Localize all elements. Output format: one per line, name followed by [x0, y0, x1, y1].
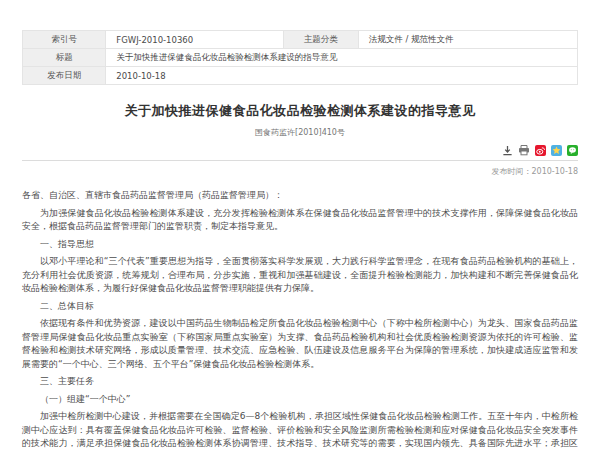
qzone-share-icon[interactable] — [551, 145, 562, 156]
salutation: 各省、自治区、直辖市食品药品监督管理局（药品监督管理局）： — [22, 189, 578, 203]
weibo-share-icon[interactable] — [535, 145, 546, 156]
print-icon[interactable] — [518, 144, 530, 156]
download-icon[interactable] — [501, 144, 513, 156]
toolbar — [22, 144, 578, 161]
section-heading: 三、主要任务 — [22, 375, 578, 389]
table-row: 发布日期 2010-10-18 — [23, 67, 578, 85]
paragraph: 加强中检所检测中心建设，并根据需要在全国确定6—8个检验机构，承担区域性保健食品… — [22, 410, 578, 450]
subject-category-value: 法规文件 / 规范性文件 — [358, 31, 577, 49]
table-row: 标题 关于加快推进保健食品化妆品检验检测体系建设的指导意见 — [23, 49, 578, 67]
section-heading: 二、总体目标 — [22, 300, 578, 314]
document-body: 各省、自治区、直辖市食品药品监督管理局（药品监督管理局）： 为加强保健食品化妆品… — [22, 189, 578, 450]
page-title: 关于加快推进保健食品化妆品检验检测体系建设的指导意见 — [22, 102, 578, 120]
paragraph: 依据现有条件和优势资源，建设以中国药品生物制品检定所食品化妆品检验检测中心（下称… — [22, 317, 578, 371]
section-heading: 一、指导思想 — [22, 238, 578, 252]
publish-date-label: 发布日期 — [23, 67, 106, 85]
paragraph: 以邓小平理论和“三个代表”重要思想为指导，全面贯彻落实科学发展观，大力践行科学监… — [22, 255, 578, 296]
title-value: 关于加快推进保健食品化妆品检验检测体系建设的指导意见 — [106, 49, 578, 67]
index-number-label: 索引号 — [23, 31, 106, 49]
subject-category-label: 主题分类 — [283, 31, 358, 49]
meta-info-table: 索引号 FGWJ-2010-10360 主题分类 法规文件 / 规范性文件 标题… — [22, 30, 578, 85]
sub-heading: （一）组建“一个中心” — [22, 393, 578, 407]
paragraph: 为加强保健食品化妆品检验检测体系建设，充分发挥检验检测体系在保健食品化妆品监督管… — [22, 207, 578, 234]
index-number-value: FGWJ-2010-10360 — [106, 31, 284, 49]
publish-time: 发布时间：2010-10-18 — [22, 166, 578, 177]
document-page: 索引号 FGWJ-2010-10360 主题分类 法规文件 / 规范性文件 标题… — [0, 0, 600, 450]
title-label: 标题 — [23, 49, 106, 67]
publish-date-value: 2010-10-18 — [106, 67, 578, 85]
wechat-share-icon[interactable] — [567, 145, 578, 156]
table-row: 索引号 FGWJ-2010-10360 主题分类 法规文件 / 规范性文件 — [23, 31, 578, 49]
document-number: 国食药监许[2010]410号 — [22, 127, 578, 138]
